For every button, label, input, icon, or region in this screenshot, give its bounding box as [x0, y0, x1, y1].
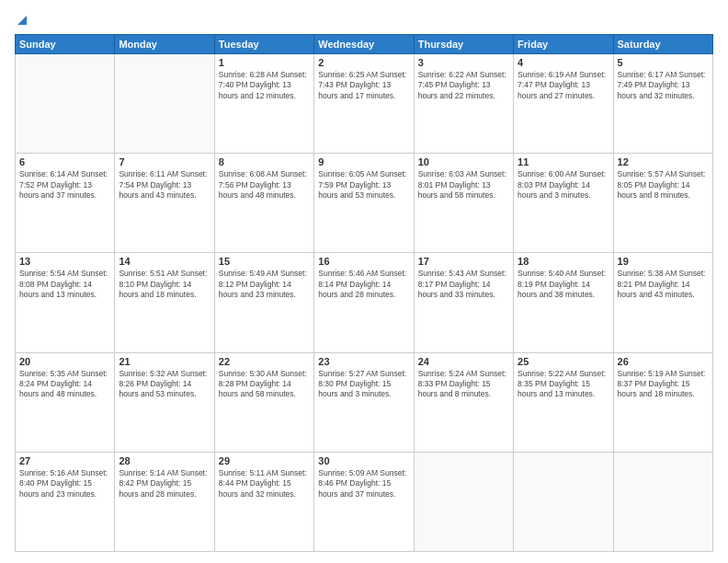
day-number: 13: [19, 256, 110, 267]
day-header-sunday: Sunday: [16, 34, 115, 53]
day-info: Sunrise: 5:35 AM Sunset: 8:24 PM Dayligh…: [19, 369, 110, 400]
day-info: Sunrise: 6:28 AM Sunset: 7:40 PM Dayligh…: [219, 70, 310, 101]
day-number: 3: [418, 57, 509, 68]
day-number: 18: [518, 256, 609, 267]
day-number: 17: [418, 256, 509, 267]
calendar-cell: 26Sunrise: 5:19 AM Sunset: 8:37 PM Dayli…: [613, 352, 712, 452]
day-info: Sunrise: 5:46 AM Sunset: 8:14 PM Dayligh…: [318, 269, 409, 300]
logo-text: [15, 11, 28, 27]
calendar-cell: 15Sunrise: 5:49 AM Sunset: 8:12 PM Dayli…: [214, 253, 313, 352]
day-info: Sunrise: 6:00 AM Sunset: 8:03 PM Dayligh…: [518, 169, 609, 201]
week-row-0: 1Sunrise: 6:28 AM Sunset: 7:40 PM Daylig…: [16, 53, 713, 153]
day-info: Sunrise: 6:14 AM Sunset: 7:52 PM Dayligh…: [19, 169, 110, 201]
calendar-cell: [414, 452, 513, 551]
day-number: 23: [318, 356, 409, 367]
day-number: 12: [618, 156, 709, 167]
calendar-cell: 1Sunrise: 6:28 AM Sunset: 7:40 PM Daylig…: [214, 53, 313, 153]
day-number: 20: [19, 356, 110, 367]
calendar-cell: 29Sunrise: 5:11 AM Sunset: 8:44 PM Dayli…: [214, 452, 313, 551]
calendar-cell: 28Sunrise: 5:14 AM Sunset: 8:42 PM Dayli…: [115, 452, 214, 551]
day-number: 27: [19, 455, 110, 466]
day-info: Sunrise: 5:51 AM Sunset: 8:10 PM Dayligh…: [119, 269, 210, 300]
calendar-cell: 20Sunrise: 5:35 AM Sunset: 8:24 PM Dayli…: [16, 352, 115, 452]
calendar-cell: 9Sunrise: 6:05 AM Sunset: 7:59 PM Daylig…: [314, 154, 414, 253]
day-number: 24: [418, 356, 509, 367]
calendar-cell: [613, 452, 712, 551]
calendar-cell: 8Sunrise: 6:08 AM Sunset: 7:56 PM Daylig…: [214, 154, 313, 253]
day-header-monday: Monday: [115, 34, 214, 53]
calendar-cell: 10Sunrise: 6:03 AM Sunset: 8:01 PM Dayli…: [414, 154, 513, 253]
day-number: 26: [618, 356, 709, 367]
calendar-cell: 24Sunrise: 5:24 AM Sunset: 8:33 PM Dayli…: [414, 352, 513, 452]
calendar-cell: 22Sunrise: 5:30 AM Sunset: 8:28 PM Dayli…: [214, 352, 313, 452]
day-info: Sunrise: 6:22 AM Sunset: 7:45 PM Dayligh…: [418, 70, 509, 101]
calendar-cell: 27Sunrise: 5:16 AM Sunset: 8:40 PM Dayli…: [16, 452, 115, 551]
day-info: Sunrise: 6:05 AM Sunset: 7:59 PM Dayligh…: [318, 169, 409, 201]
calendar-cell: 3Sunrise: 6:22 AM Sunset: 7:45 PM Daylig…: [414, 53, 513, 153]
day-number: 25: [518, 356, 609, 367]
calendar-cell: 21Sunrise: 5:32 AM Sunset: 8:26 PM Dayli…: [115, 352, 214, 452]
calendar-table: SundayMondayTuesdayWednesdayThursdayFrid…: [15, 34, 713, 552]
day-number: 10: [418, 156, 509, 167]
day-info: Sunrise: 5:43 AM Sunset: 8:17 PM Dayligh…: [418, 269, 509, 300]
day-info: Sunrise: 5:38 AM Sunset: 8:21 PM Dayligh…: [618, 269, 709, 300]
day-number: 19: [618, 256, 709, 267]
calendar-cell: 4Sunrise: 6:19 AM Sunset: 7:47 PM Daylig…: [514, 53, 613, 153]
calendar-cell: 7Sunrise: 6:11 AM Sunset: 7:54 PM Daylig…: [115, 154, 214, 253]
calendar-cell: 25Sunrise: 5:22 AM Sunset: 8:35 PM Dayli…: [514, 352, 613, 452]
day-number: 4: [518, 57, 609, 68]
day-number: 5: [618, 57, 709, 68]
week-row-4: 27Sunrise: 5:16 AM Sunset: 8:40 PM Dayli…: [16, 452, 713, 551]
calendar-header-row: SundayMondayTuesdayWednesdayThursdayFrid…: [16, 34, 713, 53]
calendar-cell: 14Sunrise: 5:51 AM Sunset: 8:10 PM Dayli…: [115, 253, 214, 352]
calendar-cell: 13Sunrise: 5:54 AM Sunset: 8:08 PM Dayli…: [16, 253, 115, 352]
day-number: 29: [219, 455, 310, 466]
day-info: Sunrise: 5:57 AM Sunset: 8:05 PM Dayligh…: [618, 169, 709, 201]
calendar-cell: 30Sunrise: 5:09 AM Sunset: 8:46 PM Dayli…: [314, 452, 414, 551]
day-info: Sunrise: 5:22 AM Sunset: 8:35 PM Dayligh…: [518, 369, 609, 400]
day-number: 30: [318, 455, 409, 466]
week-row-2: 13Sunrise: 5:54 AM Sunset: 8:08 PM Dayli…: [16, 253, 713, 352]
day-header-friday: Friday: [514, 34, 613, 53]
calendar-cell: 17Sunrise: 5:43 AM Sunset: 8:17 PM Dayli…: [414, 253, 513, 352]
day-number: 7: [119, 156, 210, 167]
day-info: Sunrise: 6:11 AM Sunset: 7:54 PM Dayligh…: [119, 169, 210, 201]
logo-triangle-icon: [16, 14, 28, 27]
calendar-cell: 16Sunrise: 5:46 AM Sunset: 8:14 PM Dayli…: [314, 253, 414, 352]
day-number: 21: [119, 356, 210, 367]
day-info: Sunrise: 5:24 AM Sunset: 8:33 PM Dayligh…: [418, 369, 509, 400]
calendar-cell: 2Sunrise: 6:25 AM Sunset: 7:43 PM Daylig…: [314, 53, 414, 153]
day-info: Sunrise: 5:19 AM Sunset: 8:37 PM Dayligh…: [618, 369, 709, 400]
calendar-cell: 19Sunrise: 5:38 AM Sunset: 8:21 PM Dayli…: [613, 253, 712, 352]
day-info: Sunrise: 6:17 AM Sunset: 7:49 PM Dayligh…: [618, 70, 709, 101]
calendar-cell: [115, 53, 214, 153]
week-row-1: 6Sunrise: 6:14 AM Sunset: 7:52 PM Daylig…: [16, 154, 713, 253]
day-number: 6: [19, 156, 110, 167]
day-number: 1: [219, 57, 310, 68]
day-info: Sunrise: 5:32 AM Sunset: 8:26 PM Dayligh…: [119, 369, 210, 400]
day-header-wednesday: Wednesday: [314, 34, 414, 53]
day-info: Sunrise: 5:49 AM Sunset: 8:12 PM Dayligh…: [219, 269, 310, 300]
day-number: 2: [318, 57, 409, 68]
header: [15, 11, 713, 27]
svg-marker-0: [17, 16, 27, 25]
calendar-cell: 5Sunrise: 6:17 AM Sunset: 7:49 PM Daylig…: [613, 53, 712, 153]
day-info: Sunrise: 5:11 AM Sunset: 8:44 PM Dayligh…: [219, 468, 310, 500]
day-info: Sunrise: 5:14 AM Sunset: 8:42 PM Dayligh…: [119, 468, 210, 500]
day-number: 16: [318, 256, 409, 267]
calendar-cell: [16, 53, 115, 153]
day-info: Sunrise: 5:54 AM Sunset: 8:08 PM Dayligh…: [19, 269, 110, 300]
day-number: 15: [219, 256, 310, 267]
day-header-thursday: Thursday: [414, 34, 513, 53]
week-row-3: 20Sunrise: 5:35 AM Sunset: 8:24 PM Dayli…: [16, 352, 713, 452]
logo: [15, 11, 28, 27]
day-header-tuesday: Tuesday: [214, 34, 313, 53]
day-info: Sunrise: 5:27 AM Sunset: 8:30 PM Dayligh…: [318, 369, 409, 400]
day-info: Sunrise: 5:30 AM Sunset: 8:28 PM Dayligh…: [219, 369, 310, 400]
day-number: 11: [518, 156, 609, 167]
day-info: Sunrise: 5:16 AM Sunset: 8:40 PM Dayligh…: [19, 468, 110, 500]
calendar-cell: 6Sunrise: 6:14 AM Sunset: 7:52 PM Daylig…: [16, 154, 115, 253]
day-info: Sunrise: 6:19 AM Sunset: 7:47 PM Dayligh…: [518, 70, 609, 101]
calendar-cell: 12Sunrise: 5:57 AM Sunset: 8:05 PM Dayli…: [613, 154, 712, 253]
page: SundayMondayTuesdayWednesdayThursdayFrid…: [0, 0, 728, 563]
